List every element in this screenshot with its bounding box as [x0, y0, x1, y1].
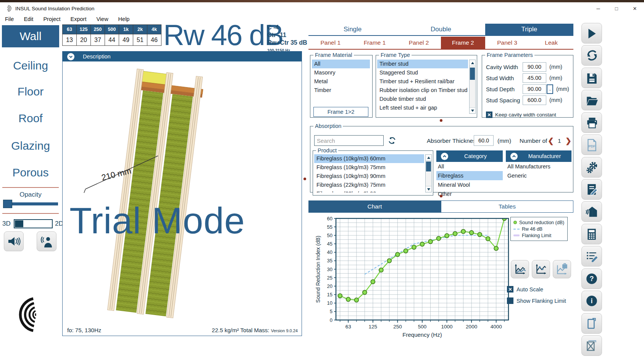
maximize-button[interactable]: □	[607, 2, 626, 15]
number-decrement-icon[interactable]: ❮	[548, 136, 554, 145]
stud-spacing-input[interactable]	[523, 95, 546, 105]
chart-export-button[interactable]	[553, 260, 571, 278]
show-flanking-checkbox[interactable]	[507, 297, 513, 304]
tab-frame-1[interactable]: Frame 1	[353, 37, 397, 49]
category-option[interactable]: Mineral Wool	[436, 180, 503, 189]
report-edit-button[interactable]	[581, 179, 602, 200]
category-option[interactable]: All	[436, 162, 503, 171]
tab-tables[interactable]: Tables	[441, 200, 573, 213]
frame-type-option[interactable]: Staggered Stud	[377, 68, 468, 77]
scrollbar-thumb[interactable]	[426, 162, 431, 171]
play-source-sound-button[interactable]	[4, 231, 24, 251]
frame-type-option[interactable]: Timber stud + Resilient rail/bar	[377, 77, 468, 86]
play-button[interactable]	[581, 23, 602, 44]
frame-type-option[interactable]: Rubber isolation clip on Timber stud	[377, 86, 468, 95]
product-option[interactable]: Fibreglass (22kg/m3) 75mm	[314, 181, 424, 189]
tab-panel-3[interactable]: Panel 3	[485, 37, 529, 49]
frequency-header-cell: 1k	[119, 25, 133, 34]
cavity-width-input[interactable]	[523, 62, 546, 72]
tab-panel-1[interactable]: Panel 1	[308, 37, 353, 49]
opacity-slider-handle[interactable]	[3, 200, 12, 208]
absorber-thickness-input[interactable]	[474, 135, 494, 146]
panel-button[interactable]	[581, 313, 602, 334]
sidebar-item-floor[interactable]: Floor	[2, 81, 59, 103]
stud-depth-input[interactable]	[523, 84, 546, 94]
view-mode-toggle-handle[interactable]	[15, 220, 23, 227]
tab-triple[interactable]: Triple	[485, 24, 573, 36]
product-option[interactable]: Fibreglass (10kg/m3) 60mm	[314, 154, 424, 163]
print-button[interactable]	[581, 112, 602, 133]
category-option[interactable]: Fibreglass	[436, 171, 503, 180]
auto-scale-checkbox[interactable]: ✕	[507, 286, 513, 293]
tab-frame-2[interactable]: Frame 2	[441, 37, 485, 49]
tab-chart[interactable]: Chart	[308, 200, 441, 213]
scrollbar-thumb[interactable]	[470, 68, 475, 80]
product-scrollbar[interactable]	[425, 154, 432, 192]
frame-type-scrollbar[interactable]	[469, 60, 476, 114]
sidebar-item-glazing[interactable]: Glazing	[2, 135, 59, 157]
settings-gears-button[interactable]	[581, 157, 602, 178]
pdf-button[interactable]: PDF	[581, 134, 602, 155]
tab-leak[interactable]: Leak	[529, 37, 573, 49]
minimize-button[interactable]: ─	[589, 2, 607, 15]
description-header[interactable]: Description	[63, 52, 302, 61]
keep-cavity-checkbox[interactable]: ✕	[486, 112, 492, 118]
menu-item-file[interactable]: File	[0, 15, 19, 23]
menu-item-view[interactable]: View	[91, 15, 113, 23]
insul-logo	[13, 297, 47, 332]
chevron-up-icon[interactable]	[441, 153, 448, 160]
menu-item-help[interactable]: Help	[113, 15, 135, 23]
stud-width-input[interactable]	[523, 73, 546, 83]
menu-item-project[interactable]: Project	[38, 15, 65, 23]
number-increment-icon[interactable]: ❯	[565, 136, 571, 145]
scroll-up-button[interactable]	[426, 155, 431, 161]
frame-material-option[interactable]: Timber	[312, 86, 370, 95]
close-button[interactable]: ✕	[626, 2, 644, 15]
sidebar-item-roof[interactable]: Roof	[2, 107, 59, 129]
info-button[interactable]: i	[581, 291, 602, 311]
checklist-edit-button[interactable]	[581, 246, 602, 267]
refresh-search-icon[interactable]	[387, 136, 397, 145]
manufacturer-option[interactable]: Generic	[506, 171, 571, 180]
play-receiver-sound-button[interactable]	[37, 231, 56, 251]
refresh-button[interactable]	[581, 45, 602, 66]
frame-type-option[interactable]: Double timber stud	[377, 95, 468, 103]
search-input[interactable]	[314, 135, 384, 146]
product-option[interactable]: Fibreglass (10kg/m3) 75mm	[314, 163, 424, 172]
manufacturer-option[interactable]: All Manufacturers	[506, 162, 571, 171]
manufacturer-header[interactable]: Manufacturer	[506, 150, 571, 162]
sidebar-item-porous[interactable]: Porous	[2, 162, 59, 184]
category-header[interactable]: Category	[436, 150, 503, 162]
category-option[interactable]: Other	[436, 189, 503, 199]
sidebar-item-wall[interactable]: Wall	[2, 25, 59, 47]
frame-type-option[interactable]: Timber stud	[377, 60, 468, 68]
delete-panel-button[interactable]	[581, 335, 602, 356]
room-sound-button[interactable]	[581, 201, 602, 222]
save-button[interactable]	[581, 68, 602, 88]
open-folder-button[interactable]	[581, 90, 602, 110]
frame-material-option[interactable]: Metal	[312, 77, 370, 86]
menu-item-edit[interactable]: Edit	[19, 15, 38, 23]
tab-panel-2[interactable]: Panel 2	[397, 37, 441, 49]
sidebar-item-ceiling[interactable]: Ceiling	[2, 55, 59, 77]
tab-single[interactable]: Single	[308, 24, 397, 36]
stud-depth-more-button[interactable]: ..	[547, 84, 553, 94]
frame-1-2-button[interactable]: Frame 1>2	[313, 107, 368, 117]
help-button[interactable]: ?	[581, 268, 602, 289]
chevron-down-icon[interactable]	[67, 53, 74, 60]
chevron-up-icon[interactable]	[510, 153, 518, 160]
menu-item-export[interactable]: Export	[66, 15, 92, 23]
frame-material-option[interactable]: All	[312, 60, 370, 68]
chart-option-button-2[interactable]	[532, 260, 550, 278]
product-option[interactable]: Fibreglass (10kg/m3) 90mm	[314, 172, 424, 181]
scroll-down-button[interactable]	[470, 107, 475, 113]
scroll-up-button[interactable]	[470, 60, 475, 66]
chart-option-button-1[interactable]	[511, 260, 529, 278]
frame-material-option[interactable]: Masonry	[312, 68, 370, 77]
tab-double[interactable]: Double	[397, 24, 485, 36]
calculator-button[interactable]	[581, 224, 602, 244]
product-option[interactable]: Fibreglass (22kg/m3) 90mm	[314, 189, 424, 192]
svg-text:0: 0	[330, 317, 332, 323]
scroll-down-button[interactable]	[426, 186, 431, 192]
frame-type-option[interactable]: Left steel stud + air gap	[377, 103, 468, 112]
